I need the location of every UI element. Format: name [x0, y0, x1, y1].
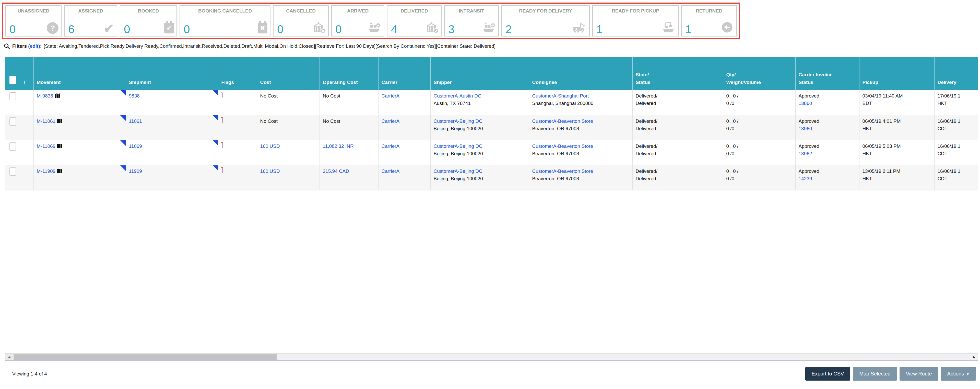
cost-link[interactable]: 160 USD: [260, 143, 280, 149]
row-checkbox[interactable]: [10, 117, 16, 125]
col-header-cost[interactable]: Cost: [257, 57, 320, 90]
shipper-link[interactable]: CustomerA-Beijing DC: [434, 168, 482, 174]
status-count: 3: [448, 24, 454, 35]
map-icon[interactable]: [57, 118, 62, 124]
checkmark-icon: ✔: [103, 22, 114, 35]
pickup-cell: 03/04/19 11:40 AMEDT: [859, 90, 934, 115]
pickup-cell: 06/05/19 5:03 PMHKT: [859, 140, 934, 165]
movement-link[interactable]: M-11069: [37, 143, 56, 149]
operating-cost-link[interactable]: 215.94 CAD: [323, 168, 349, 174]
select-all-checkbox[interactable]: [10, 76, 16, 84]
shipper-cell: CustomerA-Beijing DCBeijing, Beijing 100…: [430, 115, 529, 140]
movement-link[interactable]: M-9838: [37, 93, 53, 98]
col-header-carrier[interactable]: Carrier: [378, 57, 430, 90]
table-row: M-11909 11909 Î 160 USD 215.94 CAD Carri…: [5, 165, 978, 190]
invoice-link[interactable]: 14239: [799, 176, 812, 181]
col-header-flags[interactable]: Flags: [218, 57, 257, 90]
status-box-ready-for-delivery[interactable]: READY FOR DELIVERY 2: [501, 5, 590, 37]
col-header-qty-weight-volume[interactable]: Qty/Weight/Volume: [723, 57, 795, 90]
carrier-link[interactable]: CarrierA: [382, 118, 400, 124]
export-to-csv-button[interactable]: Export to CSV: [805, 367, 851, 381]
map-icon[interactable]: [57, 168, 62, 173]
col-header-shipper[interactable]: Shipper: [430, 57, 529, 90]
invoice-link[interactable]: 13960: [799, 126, 812, 131]
map-icon[interactable]: [57, 143, 62, 149]
carrier-invoice-cell: Approved13962: [795, 140, 859, 165]
row-checkbox[interactable]: [10, 143, 16, 151]
status-box-booking-cancelled[interactable]: BOOKING CANCELLED 0 ✖: [180, 5, 270, 37]
view-route-button[interactable]: View Route: [900, 367, 939, 381]
status-box-delivered[interactable]: DELIVERED 4: [387, 5, 442, 37]
scroll-right-arrow-icon[interactable]: ►: [970, 354, 978, 360]
status-label: DELIVERED: [387, 8, 441, 14]
consignee-cell: CustomerA-Beaverton StoreBeaverton, OR 9…: [529, 140, 632, 165]
col-header-shipment[interactable]: Shipment: [126, 57, 218, 90]
status-filter-strip: UNASSIGNED 0 ? ASSIGNED 6 ✔ BOOKED 0 ✔ B…: [2, 3, 740, 39]
status-box-assigned[interactable]: ASSIGNED 6 ✔: [64, 5, 117, 37]
viewing-count-label: Viewing 1-4 of 4: [12, 371, 47, 377]
status-label: ASSIGNED: [65, 8, 117, 14]
shipment-cell: 11061: [126, 115, 218, 140]
consignee-link[interactable]: CustomerA-Beaverton Store: [532, 143, 593, 149]
map-selected-button[interactable]: Map Selected: [853, 367, 897, 381]
status-label: UNASSIGNED: [6, 8, 61, 14]
col-header-alert[interactable]: !: [21, 57, 33, 90]
status-box-intransit[interactable]: INTRANSIT 3: [444, 5, 499, 37]
movement-link[interactable]: M-11909: [37, 168, 56, 174]
flags-cell: Î: [218, 140, 257, 165]
shipment-link[interactable]: 11069: [129, 143, 142, 149]
alert-cell: [21, 90, 33, 115]
col-header-pickup[interactable]: Pickup: [859, 57, 934, 90]
shipment-link[interactable]: 9838: [129, 93, 140, 98]
note-corner-icon: [213, 115, 218, 121]
table-row: M-11061 11061 Î No Cost No Cost CarrierA…: [5, 115, 978, 140]
consignee-cell: CustomerA-Shanghai PortShanghai, Shangha…: [529, 90, 632, 115]
status-count: 0: [335, 24, 342, 35]
col-header-carrier-invoice-status[interactable]: Carrier InvoiceStatus: [795, 57, 859, 90]
shipper-link[interactable]: CustomerA-Austin DC: [434, 93, 482, 98]
map-icon[interactable]: [55, 93, 60, 98]
invoice-link[interactable]: 13860: [799, 100, 812, 106]
status-box-returned[interactable]: RETURNED 1: [681, 5, 737, 37]
invoice-link[interactable]: 13962: [799, 151, 812, 156]
consignee-link[interactable]: CustomerA-Beaverton Store: [532, 118, 593, 124]
shipper-link[interactable]: CustomerA-Beijing DC: [434, 143, 482, 149]
shipment-link[interactable]: 11061: [129, 118, 142, 124]
col-header-consignee[interactable]: Consignee: [529, 57, 632, 90]
movement-link[interactable]: M-11061: [37, 118, 56, 124]
shipper-link[interactable]: CustomerA-Beijing DC: [434, 118, 482, 124]
delivery-cell: 16/06/19 1CDT: [934, 140, 978, 165]
col-header-movement[interactable]: Movement: [33, 57, 126, 90]
cost-link[interactable]: 160 USD: [260, 168, 280, 174]
status-label: BOOKING CANCELLED: [180, 8, 270, 14]
movement-cell: M-11069: [33, 140, 126, 165]
actions-dropdown-button[interactable]: Actions▼: [941, 367, 976, 381]
status-box-booked[interactable]: BOOKED 0 ✔: [120, 5, 177, 37]
status-box-unassigned[interactable]: UNASSIGNED 0 ?: [5, 5, 62, 37]
carrier-cell: CarrierA: [378, 90, 430, 115]
shipment-link[interactable]: 11909: [129, 168, 142, 174]
status-box-ready-for-pickup[interactable]: READY FOR PICKUP 1: [592, 5, 679, 37]
col-header-operating-cost[interactable]: Operating Cost: [320, 57, 378, 90]
delivery-cell: 16/06/19 1CDT: [934, 115, 978, 140]
row-checkbox[interactable]: [10, 92, 16, 100]
status-box-arrived[interactable]: ARRIVED 0: [331, 5, 384, 37]
consignee-link[interactable]: CustomerA-Beaverton Store: [532, 168, 593, 174]
col-header-state-status[interactable]: State/Status: [632, 57, 723, 90]
row-checkbox[interactable]: [10, 167, 16, 176]
scroll-left-arrow-icon[interactable]: ◄: [5, 354, 13, 360]
horizontal-scrollbar[interactable]: ◄ ►: [5, 353, 978, 360]
operating-cost-link[interactable]: 11,082.32 INR: [323, 143, 354, 149]
filters-edit-link[interactable]: (edit): [28, 43, 40, 49]
carrier-link[interactable]: CarrierA: [382, 168, 400, 174]
footer-bar: Viewing 1-4 of 4 Export to CSV Map Selec…: [0, 367, 980, 381]
status-count: 2: [506, 24, 512, 35]
col-header-delivery[interactable]: Delivery: [934, 57, 978, 90]
carrier-link[interactable]: CarrierA: [382, 143, 400, 149]
consignee-link[interactable]: CustomerA-Shanghai Port: [532, 93, 589, 98]
status-box-cancelled[interactable]: CANCELLED 0: [273, 5, 329, 37]
scrollbar-thumb[interactable]: [14, 354, 277, 360]
carrier-link[interactable]: CarrierA: [382, 93, 400, 98]
select-all-header[interactable]: [5, 57, 21, 90]
status-count: 0: [124, 24, 130, 35]
